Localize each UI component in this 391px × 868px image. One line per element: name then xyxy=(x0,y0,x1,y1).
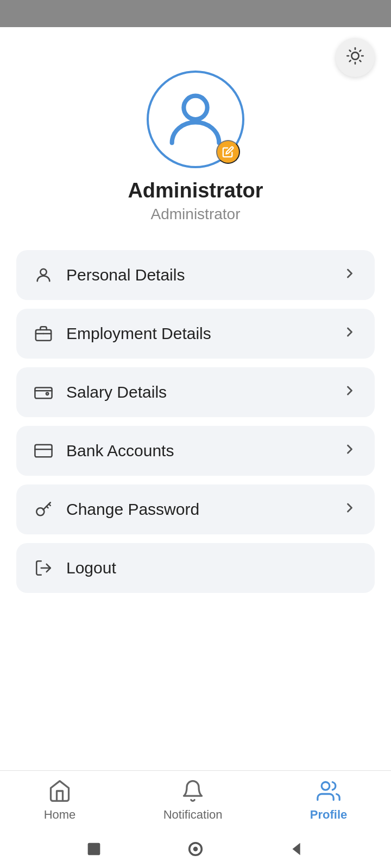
svg-line-7 xyxy=(350,60,351,61)
nav-profile-label: Profile xyxy=(310,808,347,822)
svg-point-10 xyxy=(40,269,46,275)
svg-line-4 xyxy=(360,60,361,61)
profile-section: Administrator Administrator xyxy=(0,71,391,239)
logout-item[interactable]: Logout xyxy=(16,543,375,593)
user-name: Administrator xyxy=(128,179,263,202)
key-icon xyxy=(34,500,53,519)
sun-icon xyxy=(346,47,364,68)
bank-accounts-item[interactable]: Bank Accounts xyxy=(16,426,375,476)
svg-point-14 xyxy=(46,393,48,395)
status-bar xyxy=(0,0,391,27)
square-button[interactable] xyxy=(85,840,103,858)
change-password-item[interactable]: Change Password xyxy=(16,484,375,534)
user-role: Administrator xyxy=(151,206,241,223)
nav-notification-label: Notification xyxy=(163,808,223,822)
svg-rect-20 xyxy=(88,843,100,856)
wallet-icon xyxy=(34,382,53,402)
personal-details-item[interactable]: Personal Details xyxy=(16,250,375,300)
svg-point-22 xyxy=(193,847,198,852)
chevron-right-icon xyxy=(342,500,357,519)
svg-rect-15 xyxy=(35,445,52,457)
user-icon xyxy=(34,265,53,285)
svg-marker-23 xyxy=(292,843,300,856)
svg-line-3 xyxy=(350,50,351,51)
nav-notification-button[interactable]: Notification xyxy=(153,779,234,822)
employment-details-item[interactable]: Employment Details xyxy=(16,309,375,359)
personal-details-label: Personal Details xyxy=(66,266,185,284)
employment-details-label: Employment Details xyxy=(66,324,211,343)
logout-label: Logout xyxy=(66,559,116,577)
svg-rect-13 xyxy=(35,388,52,399)
svg-line-8 xyxy=(360,50,361,51)
chevron-right-icon xyxy=(342,266,357,285)
briefcase-icon xyxy=(34,324,53,343)
svg-rect-11 xyxy=(36,330,51,341)
theme-toggle-button[interactable] xyxy=(336,38,375,77)
svg-point-19 xyxy=(321,782,330,790)
chevron-right-icon xyxy=(342,442,357,461)
circle-button[interactable] xyxy=(186,840,205,858)
salary-details-item[interactable]: Salary Details xyxy=(16,367,375,417)
profile-icon xyxy=(317,779,340,805)
bank-accounts-label: Bank Accounts xyxy=(66,442,174,460)
home-icon xyxy=(48,779,72,805)
system-bar xyxy=(0,830,391,868)
salary-details-label: Salary Details xyxy=(66,383,167,401)
chevron-right-icon xyxy=(342,383,357,402)
nav-home-label: Home xyxy=(44,808,76,822)
svg-point-9 xyxy=(184,96,207,119)
bottom-nav: Home Notification Profile xyxy=(0,770,391,830)
logout-icon xyxy=(34,558,53,578)
nav-home-button[interactable]: Home xyxy=(33,779,87,822)
avatar-container xyxy=(147,71,244,168)
change-password-label: Change Password xyxy=(66,500,199,519)
bell-icon xyxy=(181,779,205,805)
menu-list: Personal Details Employment Details xyxy=(0,239,391,604)
edit-avatar-button[interactable] xyxy=(216,140,240,164)
chevron-right-icon xyxy=(342,324,357,343)
nav-profile-button[interactable]: Profile xyxy=(299,779,358,822)
svg-point-0 xyxy=(351,52,358,59)
back-button[interactable] xyxy=(288,840,306,858)
credit-card-icon xyxy=(34,441,53,461)
